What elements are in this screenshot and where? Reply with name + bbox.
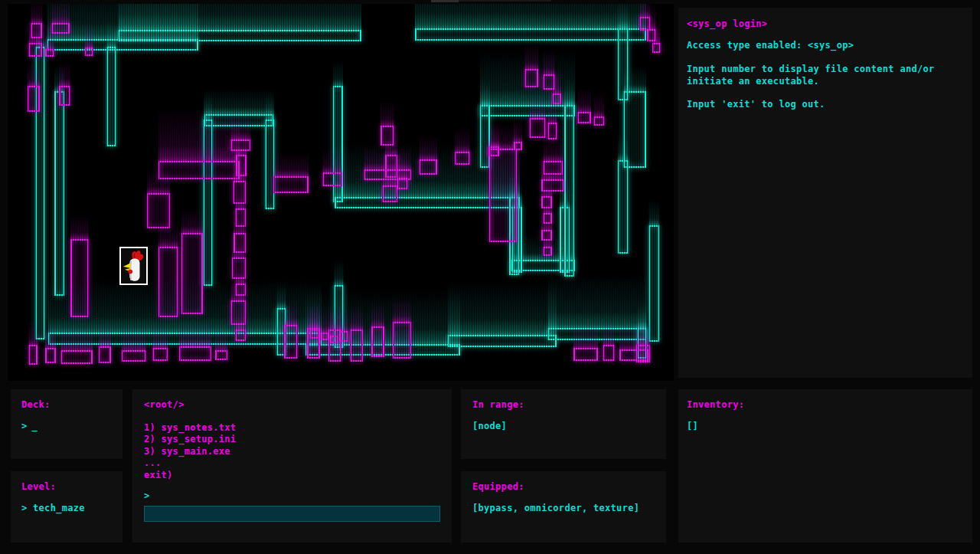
root-prompt-chevron: >	[144, 490, 440, 501]
deck-label: Deck:	[21, 399, 112, 410]
equipped-panel: Equipped: [bypass, omnicorder, texture]	[461, 471, 666, 543]
file-item: exit)	[144, 470, 440, 481]
deck-prompt-chevron: >	[21, 421, 28, 431]
terminal-access-line: Access type enabled: <sys_op>	[687, 40, 964, 51]
terminal-login-line: <sys_op login>	[687, 18, 964, 29]
maze-viewport[interactable]	[8, 4, 674, 381]
terminal-info-line: Input number to display file content and…	[687, 64, 956, 87]
terminal-panel: <sys_op login> Access type enabled: <sys…	[678, 8, 972, 378]
maze-canvas	[8, 4, 674, 381]
file-list: 1) sys_notes.txt2) sys_setup.ini3) sys_m…	[144, 422, 440, 481]
equipped-label: Equipped:	[472, 481, 655, 492]
top-notch	[431, 0, 459, 2]
in-range-value: [node]	[472, 421, 655, 432]
in-range-panel: In range: [node]	[461, 389, 666, 459]
level-label: Level:	[21, 481, 112, 492]
inventory-value: []	[687, 421, 964, 432]
level-panel: Level: > tech_maze	[11, 471, 122, 543]
deck-panel: Deck: >_	[11, 389, 122, 459]
inventory-label: Inventory:	[687, 399, 964, 410]
deck-cursor: _	[32, 421, 38, 431]
file-item: 1) sys_notes.txt	[144, 422, 440, 434]
file-item: ...	[144, 457, 440, 469]
level-value: tech_maze	[33, 503, 85, 513]
equipped-value: [bypass, omnicorder, texture]	[472, 503, 655, 514]
inventory-panel: Inventory: []	[678, 389, 972, 543]
command-input[interactable]	[144, 506, 440, 522]
level-prompt-chevron: >	[21, 503, 28, 513]
file-item: 2) sys_setup.ini	[144, 434, 440, 445]
file-item: 3) sys_main.exe	[144, 446, 440, 457]
terminal-exit-line: Input 'exit' to log out.	[687, 99, 964, 111]
root-title: <root/>	[144, 399, 440, 410]
top-notch-shadow	[459, 0, 551, 2]
root-directory-panel: <root/> 1) sys_notes.txt2) sys_setup.ini…	[132, 389, 452, 543]
player-sprite	[119, 247, 148, 285]
in-range-label: In range:	[472, 399, 655, 410]
rooster-icon	[122, 249, 145, 283]
